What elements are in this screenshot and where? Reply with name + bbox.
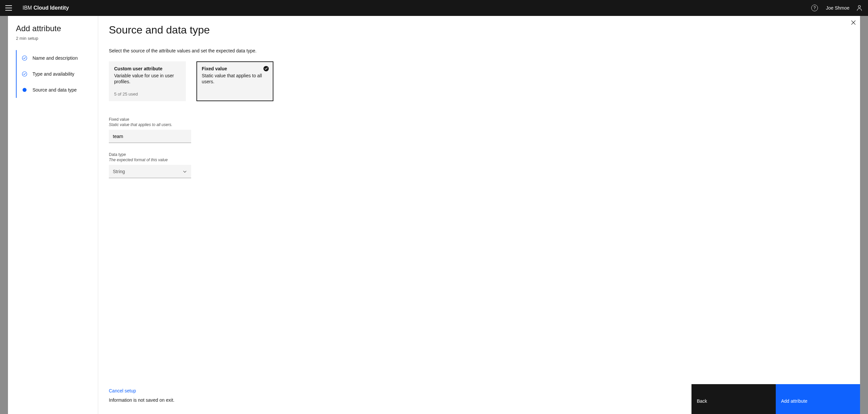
brand-prefix: IBM: [23, 5, 32, 11]
username: Joe Shmoe: [826, 5, 849, 11]
brand-name: Cloud Identity: [33, 5, 69, 11]
avatar-icon[interactable]: [856, 5, 863, 11]
svg-point-0: [858, 6, 861, 8]
brand: IBM Cloud Identity: [23, 5, 69, 11]
help-icon[interactable]: ?: [811, 5, 818, 11]
app-header: IBM Cloud Identity ? Joe Shmoe: [0, 0, 868, 16]
menu-icon[interactable]: [5, 5, 12, 11]
